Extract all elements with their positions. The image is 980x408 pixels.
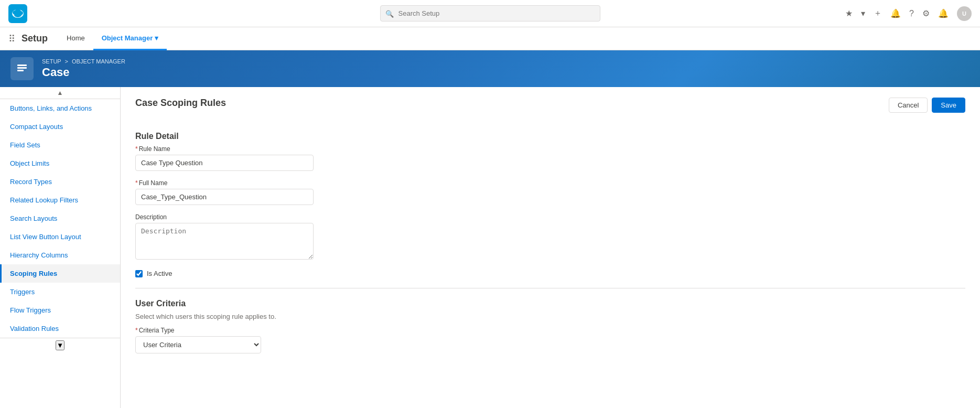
tab-home[interactable]: Home xyxy=(58,27,93,50)
breadcrumb-setup[interactable]: SETUP xyxy=(42,58,61,65)
alert-icon[interactable]: 🔔 xyxy=(938,8,949,18)
sidebar-item-scoping-rules[interactable]: Scoping Rules xyxy=(0,264,120,283)
search-input[interactable] xyxy=(380,5,600,22)
toolbar: Cancel Save xyxy=(889,98,965,113)
save-button[interactable]: Save xyxy=(932,98,965,113)
tab-dropdown-icon: ▾ xyxy=(155,34,158,42)
user-criteria-title: User Criteria xyxy=(135,299,965,308)
breadcrumb: SETUP > OBJECT MANAGER xyxy=(42,58,125,65)
object-icon xyxy=(10,57,34,80)
full-name-label: *Full Name xyxy=(135,179,965,187)
description-label: Description xyxy=(135,213,965,221)
section-divider xyxy=(135,288,965,288)
description-group: Description xyxy=(135,213,965,261)
salesforce-logo[interactable] xyxy=(8,4,27,23)
top-navigation: 🔍 ★ ▾ ＋ 🔔 ? ⚙ 🔔 U xyxy=(0,0,980,27)
cancel-button[interactable]: Cancel xyxy=(889,98,928,113)
criteria-type-group: *Criteria Type User Criteria Active xyxy=(135,327,965,353)
notification-icon[interactable]: 🔔 xyxy=(890,8,901,18)
sidebar-item-buttons-links-actions[interactable]: Buttons, Links, and Actions xyxy=(0,99,120,117)
criteria-type-select[interactable]: User Criteria Active xyxy=(135,336,261,353)
top-right-actions: ★ ▾ ＋ 🔔 ? ⚙ 🔔 U xyxy=(845,6,972,21)
section-title: Case Scoping Rules xyxy=(135,98,226,109)
favorites-icon[interactable]: ★ xyxy=(845,8,853,18)
description-textarea[interactable] xyxy=(135,223,314,260)
sidebar-item-record-types[interactable]: Record Types xyxy=(0,173,120,191)
full-name-group: *Full Name xyxy=(135,179,965,205)
sidebar-item-triggers[interactable]: Triggers xyxy=(0,283,120,301)
app-title: Setup xyxy=(21,33,48,44)
breadcrumb-object-manager[interactable]: OBJECT MANAGER xyxy=(72,58,125,65)
is-active-checkbox[interactable] xyxy=(135,270,143,277)
header-text: SETUP > OBJECT MANAGER Case xyxy=(42,58,125,79)
sidebar-item-related-lookup-filters[interactable]: Related Lookup Filters xyxy=(0,191,120,209)
search-icon: 🔍 xyxy=(385,9,394,17)
sidebar-item-field-sets[interactable]: Field Sets xyxy=(0,136,120,154)
svg-rect-5 xyxy=(17,65,27,66)
svg-rect-7 xyxy=(17,70,24,71)
scroll-down-button[interactable]: ▼ xyxy=(56,340,64,350)
sidebar-item-validation-rules[interactable]: Validation Rules xyxy=(0,319,120,338)
svg-point-4 xyxy=(14,12,21,17)
rule-name-label: *Rule Name xyxy=(135,145,965,153)
sidebar-item-list-view-button-layout[interactable]: List View Button Layout xyxy=(0,228,120,246)
sidebar-item-object-limits[interactable]: Object Limits xyxy=(0,154,120,173)
page-title: Case xyxy=(42,66,125,79)
rule-name-group: *Rule Name xyxy=(135,145,965,171)
help-icon[interactable]: ? xyxy=(909,9,914,18)
tab-object-manager-label: Object Manager xyxy=(102,34,153,42)
is-active-group: Is Active xyxy=(135,270,965,277)
full-name-required-mark: * xyxy=(135,179,138,187)
scroll-up-button[interactable]: ▲ xyxy=(57,89,63,96)
app-navigation: ⠿ Setup Home Object Manager ▾ xyxy=(0,27,980,50)
add-icon[interactable]: ＋ xyxy=(874,8,882,19)
sidebar-scroll-down: ▼ xyxy=(0,338,120,352)
tab-home-label: Home xyxy=(67,34,85,42)
criteria-type-required-mark: * xyxy=(135,327,138,334)
sidebar-scroll-up: ▲ xyxy=(0,87,120,99)
avatar[interactable]: U xyxy=(957,6,972,21)
full-name-input[interactable] xyxy=(135,189,314,205)
rule-name-required-mark: * xyxy=(135,145,138,153)
sidebar-item-compact-layouts[interactable]: Compact Layouts xyxy=(0,117,120,136)
app-grid-icon[interactable]: ⠿ xyxy=(8,33,15,45)
sidebar-item-search-layouts[interactable]: Search Layouts xyxy=(0,209,120,228)
criteria-type-label: *Criteria Type xyxy=(135,327,965,334)
tab-object-manager[interactable]: Object Manager ▾ xyxy=(93,27,167,50)
sidebar: ▲ Buttons, Links, and Actions Compact La… xyxy=(0,87,121,408)
is-active-label[interactable]: Is Active xyxy=(147,270,172,277)
rule-name-input[interactable] xyxy=(135,155,314,171)
breadcrumb-separator: > xyxy=(65,58,70,65)
sidebar-item-flow-triggers[interactable]: Flow Triggers xyxy=(0,301,120,319)
svg-rect-6 xyxy=(17,67,27,69)
main-layout: ▲ Buttons, Links, and Actions Compact La… xyxy=(0,87,980,408)
page-header: SETUP > OBJECT MANAGER Case xyxy=(0,50,980,87)
content-area: Case Scoping Rules Cancel Save Rule Deta… xyxy=(121,87,980,408)
rule-detail-title: Rule Detail xyxy=(135,132,965,141)
sidebar-item-hierarchy-columns[interactable]: Hierarchy Columns xyxy=(0,246,120,264)
search-container: 🔍 xyxy=(380,5,600,22)
setup-gear-icon[interactable]: ⚙ xyxy=(922,8,930,18)
user-criteria-description: Select which users this scoping rule app… xyxy=(135,313,965,320)
favorites-dropdown-icon[interactable]: ▾ xyxy=(861,8,865,18)
